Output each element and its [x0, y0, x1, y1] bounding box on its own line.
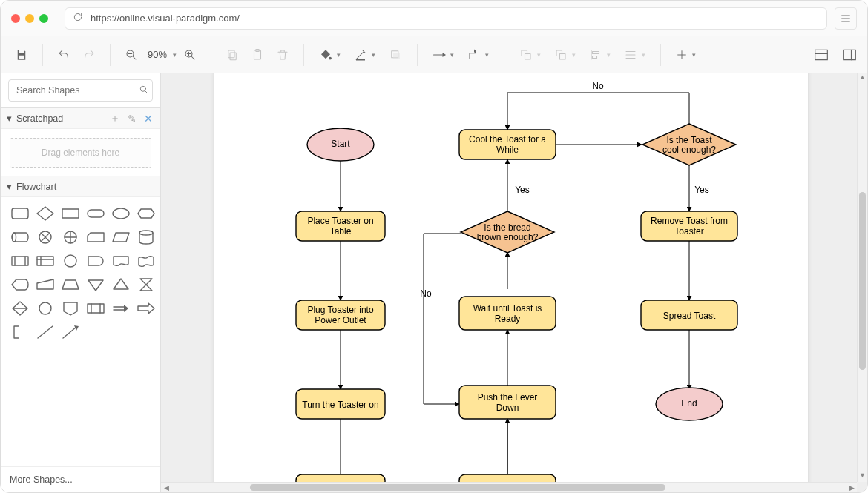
shape-hexagon[interactable]	[136, 205, 157, 222]
shape-card[interactable]	[85, 228, 106, 246]
address-bar[interactable]	[65, 7, 827, 30]
search-input[interactable]	[15, 85, 134, 96]
shape-offpage[interactable]	[60, 300, 81, 317]
shape-stored-data[interactable]	[85, 300, 106, 317]
copy-button[interactable]	[220, 43, 244, 67]
shape-search[interactable]	[8, 79, 153, 102]
scratchpad-add-icon[interactable]: ＋	[108, 112, 122, 125]
zoom-dropdown-caret[interactable]: ▾	[173, 51, 177, 59]
search-icon[interactable]	[139, 85, 149, 97]
vertical-scroll-thumb[interactable]	[859, 192, 866, 370]
shape-rectangle-rounded[interactable]	[10, 205, 30, 222]
svg-rect-23	[88, 210, 104, 217]
titlebar	[1, 1, 867, 36]
horizontal-scrollbar[interactable]: ◀ ▶	[161, 482, 857, 492]
horizontal-scroll-thumb[interactable]	[250, 484, 665, 491]
shape-transfer[interactable]	[111, 300, 131, 317]
shape-display[interactable]	[10, 276, 30, 294]
shape-manual-input[interactable]	[35, 276, 56, 294]
close-window-button[interactable]	[11, 14, 20, 23]
svg-point-31	[65, 255, 76, 267]
node-push-lever[interactable]: Push the Lever Down	[459, 386, 556, 419]
shape-circle[interactable]	[60, 252, 81, 270]
flowchart-header[interactable]: ▾ Flowchart	[1, 176, 160, 197]
node-remove-toast[interactable]: Remove Toast from Toaster	[641, 211, 737, 241]
shape-circle-plus[interactable]	[60, 228, 81, 246]
shape-cylinder-h[interactable]	[10, 228, 30, 246]
zoom-out-button[interactable]	[119, 43, 143, 67]
shape-parallelogram[interactable]	[111, 228, 131, 246]
node-turn-on[interactable]: Turn the Toaster on	[296, 389, 385, 419]
drawing-paper[interactable]: Yes No No Yes	[214, 73, 808, 482]
shape-hourglass[interactable]	[136, 276, 157, 294]
toggle-outline-panel-button[interactable]	[838, 43, 861, 67]
node-cool-toast[interactable]: Cool the Toast for a While	[459, 130, 556, 159]
paste-button[interactable]	[246, 43, 269, 67]
shadow-button[interactable]	[383, 43, 408, 67]
node-start[interactable]: Start	[307, 128, 374, 161]
node-place-toaster[interactable]: Place Toaster on Table	[296, 211, 385, 241]
vertical-scrollbar[interactable]: ▲ ▼	[857, 73, 867, 482]
align-button[interactable]: ▾	[583, 43, 617, 67]
to-back-button[interactable]: ▾	[548, 43, 582, 67]
node-decision-bread[interactable]: Is the bread brown enough?	[461, 211, 554, 253]
shape-sort[interactable]	[10, 300, 30, 317]
zoom-level[interactable]: 90%	[145, 49, 170, 60]
more-shapes-link[interactable]: More Shapes...	[1, 466, 160, 492]
scroll-left-arrow[interactable]: ◀	[161, 483, 171, 492]
diagram[interactable]: Yes No No Yes	[214, 73, 808, 482]
scroll-right-arrow[interactable]: ▶	[846, 483, 857, 492]
toggle-format-panel-button[interactable]	[809, 43, 833, 67]
maximize-window-button[interactable]	[39, 14, 48, 23]
app-menu-button[interactable]	[835, 7, 857, 30]
node-partial-bottom-left[interactable]	[296, 474, 385, 482]
save-button[interactable]	[10, 43, 33, 67]
shape-ellipse[interactable]	[111, 205, 131, 222]
shape-internal-storage[interactable]	[35, 252, 56, 270]
scroll-up-arrow[interactable]: ▲	[858, 73, 867, 84]
shape-delay[interactable]	[85, 252, 106, 270]
node-partial-bottom-mid[interactable]	[459, 474, 556, 482]
url-input[interactable]	[89, 12, 819, 24]
insert-button[interactable]: ▾	[670, 43, 702, 67]
distribute-button[interactable]: ▾	[618, 43, 651, 67]
node-plug-toaster[interactable]: Plug Toaster into Power Outlet	[296, 300, 385, 330]
node-decision-cool[interactable]: Is the Toast cool enough?	[642, 124, 736, 165]
shape-connector-circle[interactable]	[35, 300, 56, 317]
waypoint-style-button[interactable]: ▾	[461, 43, 495, 67]
canvas[interactable]: Yes No No Yes	[161, 73, 867, 492]
shape-predefined[interactable]	[10, 252, 30, 270]
shape-rectangle[interactable]	[60, 205, 81, 222]
node-wait-ready[interactable]: Wait until Toast is Ready	[459, 297, 556, 330]
scratchpad-close-icon[interactable]: ✕	[142, 113, 154, 125]
undo-button[interactable]	[52, 43, 76, 67]
shape-triangle-down[interactable]	[85, 276, 106, 294]
delete-button[interactable]	[271, 43, 295, 67]
shape-diamond[interactable]	[35, 205, 56, 222]
scroll-down-arrow[interactable]: ▼	[858, 472, 867, 482]
shape-triangle-up[interactable]	[111, 276, 131, 294]
line-color-button[interactable]: ▾	[348, 43, 381, 67]
shape-tape[interactable]	[136, 252, 157, 270]
minimize-window-button[interactable]	[25, 14, 34, 23]
shape-arrow[interactable]	[136, 300, 157, 317]
shape-line-arrow[interactable]	[60, 323, 81, 341]
shape-cylinder-v[interactable]	[136, 228, 157, 246]
shape-circle-cross[interactable]	[35, 228, 56, 246]
fill-color-button[interactable]: ▾	[313, 43, 346, 67]
zoom-in-button[interactable]	[178, 43, 202, 67]
scratchpad-edit-icon[interactable]: ✎	[126, 113, 138, 125]
shape-line[interactable]	[35, 323, 56, 341]
reload-icon[interactable]	[73, 12, 83, 24]
to-front-button[interactable]: ▾	[513, 43, 547, 67]
redo-button[interactable]	[77, 43, 101, 67]
shape-document[interactable]	[111, 252, 131, 270]
shape-annotation[interactable]	[10, 323, 30, 341]
scratchpad-header[interactable]: ▾ Scratchpad ＋ ✎ ✕	[1, 108, 160, 129]
scratchpad-dropzone[interactable]: Drag elements here	[10, 138, 151, 168]
node-end[interactable]: End	[656, 388, 723, 420]
connector-style-button[interactable]: ▾	[427, 43, 460, 67]
shape-trapezoid[interactable]	[60, 276, 81, 294]
node-spread-toast[interactable]: Spread Toast	[641, 300, 737, 330]
shape-terminator[interactable]	[85, 205, 106, 222]
